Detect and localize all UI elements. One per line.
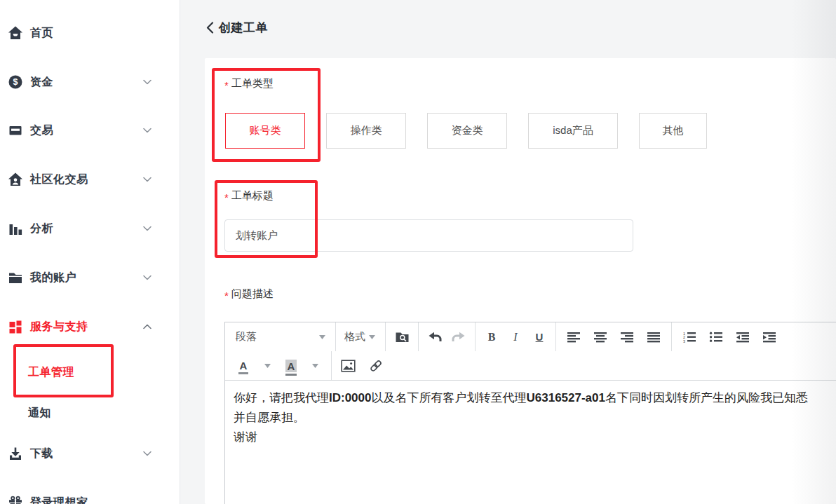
outdent-button[interactable] [731,325,755,349]
rich-text-editor: 段落 格式 [224,322,836,504]
toolbar-separator [671,322,672,351]
text-color-dropdown[interactable] [255,354,279,378]
ticket-title-input[interactable] [224,219,633,252]
sidebar-item-download[interactable]: 下载 [0,442,180,465]
description-text-line: 你好，请把我代理ID:0000以及名下所有客户划转至代理U6316527-a01… [234,388,836,408]
home-icon [7,25,24,41]
outdent-icon [736,332,750,343]
indent-button[interactable] [757,325,781,349]
required-asterisk: * [224,191,229,203]
bold-icon: B [488,331,496,343]
bullet-list-button[interactable] [704,325,728,349]
underline-button[interactable]: U [527,325,551,349]
undo-icon [428,331,442,343]
chevron-down-icon [264,364,271,368]
format-dropdown[interactable]: 格式 [340,325,381,349]
editor-content[interactable]: 你好，请把我代理ID:0000以及名下所有客户划转至代理U6316527-a01… [225,381,836,504]
sidebar-item-service-support[interactable]: 服务与支持 [0,315,180,339]
svg-text:3: 3 [683,339,685,342]
toolbar-separator [475,322,476,351]
sidebar-item-analysis[interactable]: 分析 [0,217,180,240]
sidebar-item-notifications[interactable]: 通知 [28,402,51,423]
link-icon [369,359,383,373]
chevron-down-icon [312,364,318,368]
breadcrumb: 创建工单 [206,20,268,36]
redo-button[interactable] [447,325,471,349]
align-justify-button[interactable] [642,325,666,349]
type-option-operation[interactable]: 操作类 [326,113,406,149]
chevron-up-icon [143,325,151,329]
bullet-list-icon [709,332,723,343]
undo-button[interactable] [423,325,447,349]
folder-icon [7,269,24,286]
gift-icon [7,494,24,504]
description-text-line: 谢谢 [234,428,836,447]
sidebar-item-my-account[interactable]: 我的账户 [0,266,180,290]
chevron-down-icon [143,177,151,182]
insert-link-button[interactable] [364,354,388,378]
app-window: 首页 $ 资金 交易 社区化交易 分析 [0,0,836,504]
chevron-down-icon [319,335,325,339]
italic-button[interactable]: I [504,325,527,349]
sidebar-item-label: 社区化交易 [30,172,88,187]
ticket-type-options: 账号类 操作类 资金类 isda产品 其他 [225,113,707,149]
download-icon [7,445,24,462]
sidebar-item-funds[interactable]: $ 资金 [0,70,180,94]
card-icon [7,122,24,139]
sidebar-item-label: 登录理想家 [30,496,88,504]
paragraph-dropdown[interactable]: 段落 [231,325,331,349]
align-center-icon [593,332,607,343]
description-label: * 问题描述 [224,287,274,301]
chevron-down-icon [143,451,151,456]
align-left-button[interactable] [562,325,586,349]
sidebar-item-label: 分析 [30,222,53,236]
sidebar-item-trading[interactable]: 交易 [0,118,180,142]
toolbar-separator [335,322,336,351]
search-replace-button[interactable] [390,325,414,349]
align-justify-icon [647,332,661,343]
dollar-icon: $ [7,74,24,90]
page-title: 创建工单 [219,20,268,36]
sidebar-item-home[interactable]: 首页 [0,21,180,45]
align-right-icon [620,332,634,343]
text-color-button[interactable]: A [231,354,255,378]
chevron-down-icon [143,226,151,231]
chart-icon [7,220,24,237]
indent-icon [762,332,776,343]
toolbar-separator [418,322,419,351]
required-asterisk: * [224,290,229,301]
svg-text:$: $ [13,77,18,87]
background-color-dropdown[interactable] [303,354,327,378]
sidebar-item-ticket-management[interactable]: 工单管理 [28,362,74,383]
insert-image-button[interactable] [336,354,360,378]
chevron-down-icon [143,275,151,280]
create-ticket-form: * 工单类型 账号类 操作类 资金类 isda产品 其他 * 工单标题 * 问题… [205,58,836,504]
back-chevron-icon [206,22,214,34]
text-color-icon: A [238,360,249,371]
ordered-list-icon: 123 [682,332,696,343]
sidebar-item-community-trading[interactable]: 社区化交易 [0,168,180,191]
type-option-isda[interactable]: isda产品 [528,113,618,149]
back-button[interactable] [206,22,214,34]
ordered-list-button[interactable]: 123 [677,325,701,349]
redo-icon [452,331,466,343]
type-option-account[interactable]: 账号类 [225,113,305,149]
bold-button[interactable]: B [480,325,504,349]
align-left-icon [567,332,581,343]
sidebar-item-label: 我的账户 [30,271,76,285]
type-option-funds[interactable]: 资金类 [427,113,507,149]
sidebar-item-label: 首页 [30,26,53,41]
background-color-icon: A [285,360,297,372]
search-folder-icon [395,330,410,344]
align-right-button[interactable] [615,325,639,349]
type-option-other[interactable]: 其他 [639,113,707,149]
background-color-button[interactable]: A [279,354,303,378]
toolbar-separator [555,322,556,351]
italic-icon: I [513,331,517,343]
sidebar-item-login-lixiangjia[interactable]: 登录理想家 [0,491,180,504]
toolbar-separator [331,351,332,380]
main-area: 创建工单 * 工单类型 账号类 操作类 资金类 isda产品 其他 * 工单标题 [180,0,836,504]
align-center-button[interactable] [588,325,612,349]
chevron-down-icon [369,335,375,339]
sidebar: 首页 $ 资金 交易 社区化交易 分析 [0,0,180,504]
